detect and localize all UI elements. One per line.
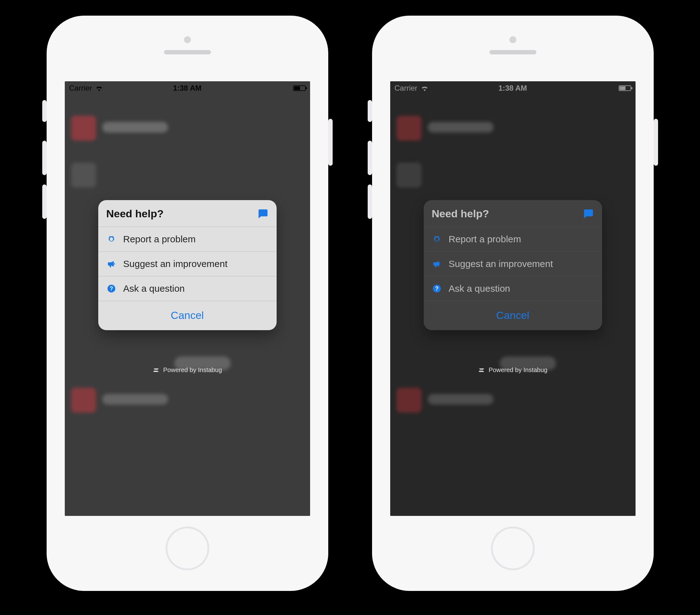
option-ask-question[interactable]: ? Ask a question [424, 276, 602, 301]
mute-switch [368, 100, 372, 122]
mute-switch [42, 100, 47, 122]
option-label: Ask a question [449, 283, 510, 294]
sheet-title: Need help? [107, 208, 164, 220]
chat-icon[interactable] [582, 208, 594, 220]
option-label: Report a problem [123, 234, 196, 244]
instabug-logo-icon [478, 367, 485, 374]
option-label: Suggest an improvement [449, 259, 553, 269]
sheet-title: Need help? [432, 208, 489, 220]
option-label: Suggest an improvement [123, 259, 228, 269]
help-action-sheet: Need help? Report a problem Suggest a [424, 200, 602, 330]
power-button [654, 119, 658, 166]
earpiece-speaker [164, 50, 211, 54]
instabug-logo-icon [153, 367, 160, 374]
volume-up-button [42, 141, 47, 175]
bug-icon [107, 234, 116, 244]
powered-by-footer: Powered by Instabug [478, 367, 548, 374]
device-screen: Carrier 1:38 AM Need help? [65, 81, 310, 516]
front-sensor [510, 36, 516, 43]
option-label: Report a problem [449, 234, 521, 244]
volume-down-button [368, 184, 372, 219]
power-button [328, 119, 333, 166]
option-ask-question[interactable]: ? Ask a question [98, 276, 277, 301]
option-label: Ask a question [123, 283, 185, 294]
cancel-label: Cancel [496, 309, 529, 321]
megaphone-icon [107, 259, 116, 269]
cancel-button[interactable]: Cancel [98, 301, 277, 330]
volume-up-button [368, 141, 372, 175]
cancel-label: Cancel [171, 309, 204, 321]
help-action-sheet: Need help? Report a problem Suggest a [98, 200, 277, 330]
question-icon: ? [107, 284, 116, 294]
option-report-problem[interactable]: Report a problem [424, 227, 602, 252]
option-suggest-improvement[interactable]: Suggest an improvement [424, 252, 602, 276]
phone-mock-dark: Carrier 1:38 AM Need help? [372, 16, 654, 591]
home-button [491, 526, 535, 570]
volume-down-button [42, 184, 47, 219]
phone-mock-light: Carrier 1:38 AM Need help? [47, 16, 328, 591]
megaphone-icon [432, 259, 442, 269]
option-suggest-improvement[interactable]: Suggest an improvement [98, 252, 277, 276]
chat-icon[interactable] [257, 208, 268, 220]
powered-by-label: Powered by Instabug [163, 367, 222, 374]
option-report-problem[interactable]: Report a problem [98, 227, 277, 252]
home-button [165, 526, 209, 570]
question-icon: ? [432, 284, 442, 294]
powered-by-label: Powered by Instabug [489, 367, 548, 374]
earpiece-speaker [489, 50, 536, 54]
svg-text:?: ? [110, 285, 113, 292]
front-sensor [184, 36, 191, 43]
bug-icon [432, 234, 442, 244]
svg-text:?: ? [435, 285, 438, 292]
cancel-button[interactable]: Cancel [424, 301, 602, 330]
powered-by-footer: Powered by Instabug [153, 367, 222, 374]
device-screen: Carrier 1:38 AM Need help? [390, 81, 636, 516]
